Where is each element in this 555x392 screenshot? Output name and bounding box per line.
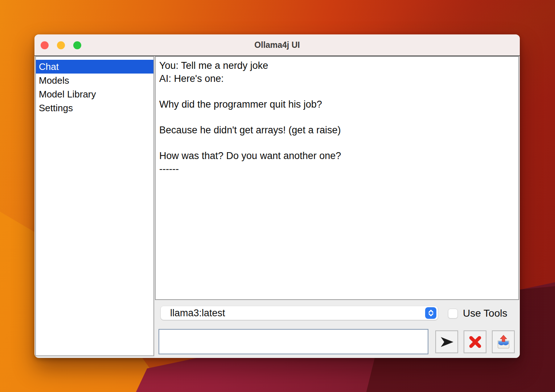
model-selector-value: llama3:latest xyxy=(170,306,225,320)
upload-button[interactable] xyxy=(492,330,515,353)
message-input[interactable] xyxy=(159,329,428,354)
window-title: Ollama4j UI xyxy=(34,34,520,55)
use-tools-checkbox[interactable] xyxy=(448,309,458,318)
chat-transcript[interactable]: You: Tell me a nerdy joke AI: Here's one… xyxy=(155,56,519,300)
outbox-tray-red-up-arrow-icon xyxy=(496,334,511,350)
app-window: Ollama4j UI Chat Models Model Library Se… xyxy=(34,34,520,358)
chevron-up-down-icon xyxy=(425,307,436,319)
composer-panel: llama3:latest Use Tools xyxy=(155,300,520,358)
sidebar-item-model-library[interactable]: Model Library xyxy=(36,87,153,101)
cancel-button[interactable] xyxy=(464,330,486,353)
send-button[interactable] xyxy=(435,330,458,353)
sidebar-item-settings[interactable]: Settings xyxy=(36,101,153,115)
sidebar-item-models[interactable]: Models xyxy=(36,74,153,87)
use-tools-label: Use Tools xyxy=(463,308,507,319)
sidebar-nav: Chat Models Model Library Settings xyxy=(35,56,154,356)
model-selector[interactable]: llama3:latest xyxy=(161,306,438,320)
titlebar[interactable]: Ollama4j UI xyxy=(34,34,520,56)
sidebar-item-chat[interactable]: Chat xyxy=(36,60,153,74)
black-right-arrowhead-icon xyxy=(439,334,455,350)
red-cross-icon xyxy=(468,334,483,350)
use-tools-group: Use Tools xyxy=(448,308,507,319)
